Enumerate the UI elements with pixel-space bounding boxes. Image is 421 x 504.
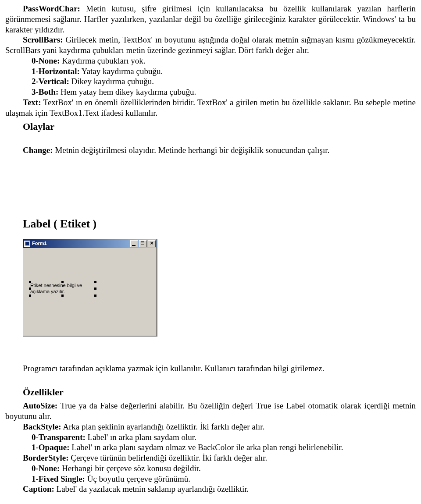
text-scrollbars: Girilecek metin, TextBox' ın boyutunu aş… xyxy=(5,35,416,55)
text-caption: Label' da yazılacak metnin saklanıp ayar… xyxy=(54,484,249,493)
resize-handle-icon[interactable] xyxy=(61,295,64,297)
heading-ozellikler: Özellikler xyxy=(23,386,416,398)
option-3-both: 3-Both: Hem yatay hem dikey kaydırma çub… xyxy=(5,87,416,97)
text-autosize: True ya da False değerlerini alabilir. B… xyxy=(5,401,416,421)
label-scrollbars: ScrollBars: xyxy=(23,35,63,44)
label-bs0: 0-Transparent: xyxy=(32,433,86,442)
text-bs0: Label' ın arka planı saydam olur. xyxy=(86,433,196,442)
resize-handle-icon[interactable] xyxy=(61,281,64,283)
paragraph-backstyle: BackStyle: Arka plan şeklinin ayarlandığ… xyxy=(5,422,416,432)
text-borderstyle: Çerçeve türünün belirlendiği özelliktir.… xyxy=(68,453,267,462)
paragraph-autosize: AutoSize: True ya da False değerlerini a… xyxy=(5,401,416,422)
resize-handle-icon[interactable] xyxy=(94,281,96,283)
heading-label-etiket: Label ( Etiket ) xyxy=(23,217,416,231)
text-text: TextBox' ın en önemli özelliklerinden bi… xyxy=(5,98,416,117)
text-bd0: Herhangi bir çerçeve söz konusu değildir… xyxy=(60,464,200,473)
label-opt1: 1-Horizontal: xyxy=(32,67,80,76)
label-borderstyle: BorderStyle: xyxy=(23,453,68,462)
resize-handle-icon[interactable] xyxy=(94,295,96,297)
resize-handle-icon[interactable] xyxy=(29,281,31,283)
text-bs1: Label' ın arka planı saydam olmaz ve Bac… xyxy=(70,443,343,452)
label-change: Change: xyxy=(23,146,53,155)
paragraph-change: Change: Metnin değiştirilmesi olayıdır. … xyxy=(5,145,416,156)
form-icon xyxy=(24,241,30,247)
label-autosize: AutoSize: xyxy=(23,401,57,410)
option-2-vertical: 2-Vertical: Dikey kaydırma çubuğu. xyxy=(5,76,416,87)
text-opt0: Kaydırma çubukları yok. xyxy=(60,56,145,65)
paragraph-borderstyle: BorderStyle: Çerçeve türünün belirlendiğ… xyxy=(5,453,416,463)
label-bd0: 0-None: xyxy=(32,464,60,473)
label-passwordchar: PassWordChar: xyxy=(23,4,80,13)
form1-client-area[interactable]: Etiket nesnesine bilgi ve açıklama yazıl… xyxy=(23,248,157,336)
label-bd1: 1-Fixed Single: xyxy=(32,474,85,483)
heading-olaylar: Olaylar xyxy=(23,121,416,133)
label-control[interactable]: Etiket nesnesine bilgi ve açıklama yazıl… xyxy=(30,282,95,295)
label-text: Text: xyxy=(23,98,41,107)
option-1-opaque: 1-Opaque: Label' ın arka planı saydam ol… xyxy=(5,442,416,453)
label-caption: Caption: xyxy=(23,484,54,493)
option-0-none: 0-None: Kaydırma çubukları yok. xyxy=(5,56,416,66)
text-opt1: Yatay kaydırma çubuğu. xyxy=(80,67,163,76)
label-opt3: 3-Both: xyxy=(32,87,58,96)
paragraph-passwordchar: PassWordChar: Metin kutusu, şifre girilm… xyxy=(5,4,416,35)
form1-window: Form1 Etiket nesnesine bilgi ve açıklama… xyxy=(23,239,157,336)
text-opt3: Hem yatay hem dikey kaydırma çubuğu. xyxy=(58,87,196,96)
close-button[interactable] xyxy=(148,240,156,247)
paragraph-label-intro: Programcı tarafından açıklama yazmak içi… xyxy=(5,363,416,374)
label-bs1: 1-Opaque: xyxy=(32,443,70,452)
paragraph-scrollbars: ScrollBars: Girilecek metin, TextBox' ın… xyxy=(5,35,416,56)
text-backstyle: Arka plan şeklinin ayarlandığı özellikti… xyxy=(61,422,265,431)
text-bd1: Üç boyutlu çerçeve görünümü. xyxy=(85,474,190,483)
resize-handle-icon[interactable] xyxy=(29,287,31,290)
form1-title: Form1 xyxy=(32,241,47,247)
option-0-transparent: 0-Transparent: Label' ın arka planı sayd… xyxy=(5,432,416,443)
text-opt2: Dikey kaydırma çubuğu. xyxy=(69,77,154,86)
label-opt0: 0-None: xyxy=(32,56,60,65)
option-1-horizontal: 1-Horizontal: Yatay kaydırma çubuğu. xyxy=(5,66,416,77)
text-change: Metnin değiştirilmesi olayıdır. Metinde … xyxy=(53,146,330,155)
option-1-fixedsingle: 1-Fixed Single: Üç boyutlu çerçeve görün… xyxy=(5,474,416,484)
label-control-text: Etiket nesnesine bilgi ve açıklama yazıl… xyxy=(30,283,82,294)
option-0-none-border: 0-None: Herhangi bir çerçeve söz konusu … xyxy=(5,463,416,474)
paragraph-text: Text: TextBox' ın en önemli özelliklerin… xyxy=(5,97,416,118)
minimize-button[interactable] xyxy=(130,240,138,247)
label-opt2: 2-Vertical: xyxy=(32,77,69,86)
label-backstyle: BackStyle: xyxy=(23,422,61,431)
resize-handle-icon[interactable] xyxy=(29,295,31,297)
form1-titlebar[interactable]: Form1 xyxy=(23,239,157,248)
maximize-button[interactable] xyxy=(139,240,147,247)
resize-handle-icon[interactable] xyxy=(94,287,96,290)
paragraph-caption: Caption: Label' da yazılacak metnin sakl… xyxy=(5,484,416,494)
